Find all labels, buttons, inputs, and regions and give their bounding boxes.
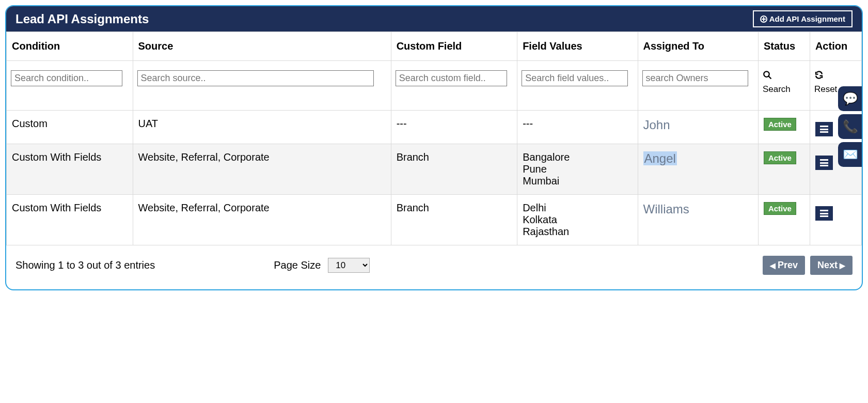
assigned-to-cell: John [638, 111, 758, 144]
condition-cell: Custom With Fields [7, 144, 133, 195]
phone-widget[interactable]: 📞 [838, 114, 863, 139]
menu-icon [820, 210, 828, 217]
source-cell: Website, Referral, Corporate [133, 144, 391, 195]
chat-icon: 💬 [843, 91, 858, 106]
filter-row: Search Reset [7, 61, 862, 111]
table-row: Custom With FieldsWebsite, Referral, Cor… [7, 195, 862, 245]
table-header-row: Condition Source Custom Field Field Valu… [7, 32, 862, 61]
status-badge[interactable]: Active [764, 118, 796, 131]
assigned-to-cell: Williams [638, 195, 758, 245]
search-label: Search [763, 84, 806, 95]
filter-condition-input[interactable] [11, 70, 122, 86]
add-api-assignment-label: Add API Assignment [769, 14, 845, 23]
condition-cell: Custom With Fields [7, 195, 133, 245]
status-cell: Active [758, 144, 810, 195]
reset-icon[interactable] [814, 71, 824, 82]
chevron-right-icon: ▶ [840, 261, 845, 270]
assigned-name: Williams [643, 202, 689, 216]
panel-header: Lead API Assignments Add API Assignment [6, 6, 862, 32]
custom-field-cell: --- [391, 111, 517, 144]
action-cell [810, 195, 861, 245]
filter-field-values-input[interactable] [522, 70, 628, 86]
chevron-left-icon: ◀ [770, 261, 776, 270]
condition-cell: Custom [7, 111, 133, 144]
source-cell: UAT [133, 111, 391, 144]
menu-icon [820, 126, 828, 133]
entries-info: Showing 1 to 3 out of 3 entries [15, 259, 155, 271]
prev-label: Prev [778, 260, 798, 271]
row-action-button[interactable] [815, 122, 833, 136]
field-values-cell: Delhi Kolkata Rajasthan [517, 195, 638, 245]
next-button[interactable]: Next ▶ [810, 256, 853, 275]
col-assigned-to: Assigned To [638, 32, 758, 61]
mail-icon: ✉️ [843, 147, 858, 162]
chat-widget[interactable]: 💬 [838, 86, 863, 111]
page-size-select[interactable]: 10 [328, 258, 370, 273]
filter-owners-input[interactable] [642, 70, 749, 86]
custom-field-cell: Branch [391, 144, 517, 195]
source-cell: Website, Referral, Corporate [133, 195, 391, 245]
filter-source-input[interactable] [137, 70, 374, 86]
row-action-button[interactable] [815, 156, 833, 170]
col-action: Action [810, 32, 861, 61]
mail-widget[interactable]: ✉️ [838, 142, 863, 167]
col-source: Source [133, 32, 391, 61]
page-size-label: Page Size [274, 259, 321, 271]
filter-custom-field-input[interactable] [396, 70, 507, 86]
svg-line-1 [768, 76, 771, 79]
assignments-table: Condition Source Custom Field Field Valu… [6, 32, 862, 245]
status-cell: Active [758, 111, 810, 144]
field-values-cell: Bangalore Pune Mumbai [517, 144, 638, 195]
table-footer: Showing 1 to 3 out of 3 entries Page Siz… [6, 245, 862, 289]
search-icon[interactable] [763, 71, 772, 82]
svg-point-0 [764, 71, 769, 77]
phone-icon: 📞 [843, 119, 858, 134]
col-status: Status [758, 32, 810, 61]
lead-api-assignments-panel: Lead API Assignments Add API Assignment … [5, 5, 863, 290]
col-field-values: Field Values [517, 32, 638, 61]
add-api-assignment-button[interactable]: Add API Assignment [753, 10, 853, 27]
table-row: Custom With FieldsWebsite, Referral, Cor… [7, 144, 862, 195]
page-title: Lead API Assignments [15, 12, 149, 26]
prev-button[interactable]: ◀ Prev [763, 256, 805, 275]
table-row: CustomUAT------JohnActive [7, 111, 862, 144]
menu-icon [820, 159, 828, 166]
next-label: Next [817, 260, 838, 271]
plus-circle-icon [760, 16, 767, 23]
status-cell: Active [758, 195, 810, 245]
status-badge[interactable]: Active [764, 202, 796, 215]
row-action-button[interactable] [815, 206, 833, 221]
custom-field-cell: Branch [391, 195, 517, 245]
assigned-to-cell: Angel [638, 144, 758, 195]
col-custom-field: Custom Field [391, 32, 517, 61]
side-widgets: 💬 📞 ✉️ [838, 86, 863, 167]
field-values-cell: --- [517, 111, 638, 144]
col-condition: Condition [7, 32, 133, 61]
assigned-name: John [643, 118, 670, 132]
status-badge[interactable]: Active [764, 151, 796, 164]
assigned-name: Angel [643, 151, 677, 165]
